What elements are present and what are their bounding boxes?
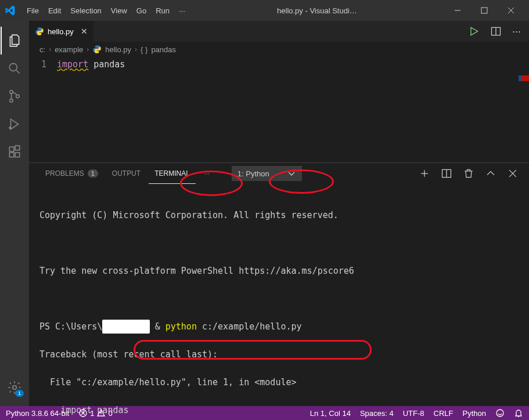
vscode-logo-icon — [5, 5, 15, 16]
python-file-icon — [35, 27, 44, 36]
window-maximize-button[interactable] — [471, 0, 498, 21]
chevron-right-icon: › — [87, 45, 89, 53]
status-indent[interactable]: Spaces: 4 — [360, 409, 394, 418]
breadcrumb-seg[interactable]: pandas — [151, 45, 176, 54]
extensions-icon — [7, 144, 22, 160]
close-panel-icon[interactable] — [507, 168, 519, 179]
maximize-panel-icon[interactable] — [485, 168, 496, 179]
breadcrumb-seg[interactable]: example — [55, 45, 83, 54]
problems-badge: 1 — [88, 169, 98, 178]
chevron-right-icon: › — [135, 45, 137, 53]
error-icon — [78, 408, 88, 418]
activity-explorer[interactable] — [1, 27, 28, 55]
status-language[interactable]: Python — [463, 409, 486, 418]
chevron-right-icon: › — [49, 45, 51, 53]
terminal-select-label: 1: Python — [237, 169, 269, 178]
window-minimize-button[interactable] — [444, 0, 471, 21]
editor-more-icon[interactable]: ··· — [512, 26, 521, 38]
svg-point-2 — [10, 90, 13, 93]
menu-edit[interactable]: Edit — [44, 6, 66, 15]
split-terminal-icon[interactable] — [441, 168, 452, 179]
svg-rect-9 — [15, 146, 20, 150]
status-feedback-icon[interactable] — [495, 408, 505, 418]
menu-file[interactable]: File — [22, 6, 44, 15]
menu-more-icon[interactable]: ··· — [174, 6, 190, 15]
chevron-down-icon — [287, 169, 296, 178]
breadcrumb-seg[interactable]: hello.py — [105, 45, 131, 54]
terminal-line: File "c:/example/hello.py", line 1, in <… — [39, 375, 519, 389]
editor-tab-hello[interactable]: hello.py ✕ — [29, 21, 94, 42]
minimap-overview[interactable] — [519, 75, 529, 81]
svg-rect-0 — [481, 8, 487, 13]
python-file-icon — [92, 45, 102, 54]
svg-point-4 — [16, 95, 19, 97]
new-terminal-icon[interactable] — [419, 168, 430, 179]
svg-point-1 — [9, 63, 17, 71]
window-title: hello.py - Visual Studi… — [190, 6, 444, 15]
svg-rect-8 — [15, 153, 20, 157]
line-number: 1 — [29, 59, 57, 70]
menu-go[interactable]: Go — [132, 6, 151, 15]
panel-more-icon[interactable]: ··· — [198, 163, 215, 184]
warning-icon — [96, 408, 106, 418]
editor-body[interactable]: 1 import pandas — [29, 57, 529, 72]
settings-badge: 1 — [15, 390, 24, 397]
activity-source-control[interactable] — [1, 82, 28, 110]
tab-label: hello.py — [48, 27, 74, 36]
status-encoding[interactable]: UTF-8 — [403, 409, 424, 418]
activity-extensions[interactable] — [1, 138, 28, 166]
terminal-line: Traceback (most recent call last): — [39, 347, 519, 361]
breadcrumb-seg[interactable]: c: — [39, 45, 45, 54]
braces-icon: { } — [141, 45, 147, 54]
kill-terminal-icon[interactable] — [463, 168, 474, 179]
panel-tab-terminal[interactable]: TERMINAL — [149, 163, 196, 184]
svg-point-5 — [9, 126, 11, 129]
svg-rect-6 — [9, 147, 14, 151]
titlebar: File Edit Selection View Go Run ··· hell… — [0, 0, 529, 21]
menu-view[interactable]: View — [106, 6, 132, 15]
svg-rect-7 — [9, 153, 14, 157]
search-icon — [7, 61, 22, 76]
panel-tabs: PROBLEMS 1 OUTPUT TERMINAL ··· 1: Python — [29, 163, 529, 184]
bottom-panel: PROBLEMS 1 OUTPUT TERMINAL ··· 1: Python — [29, 162, 529, 406]
status-interpreter[interactable]: Python 3.8.6 64-bit — [6, 409, 69, 418]
terminal-line: PS C:\Users\XXXXXXXXX & python c:/exampl… — [39, 320, 519, 334]
activity-search[interactable] — [1, 55, 28, 82]
menu-run[interactable]: Run — [151, 6, 174, 15]
svg-point-14 — [496, 410, 503, 417]
status-cursor[interactable]: Ln 1, Col 14 — [310, 409, 351, 418]
redacted: XXXXXXXXX — [102, 320, 149, 334]
terminal-line: Copyright (C) Microsoft Corporation. All… — [39, 208, 519, 222]
svg-point-10 — [13, 386, 17, 390]
status-bell-icon[interactable] — [514, 408, 523, 418]
status-eol[interactable]: CRLF — [434, 409, 454, 418]
source-control-icon — [7, 89, 22, 104]
tab-close-icon[interactable]: ✕ — [81, 27, 88, 36]
activity-run-debug[interactable] — [1, 110, 28, 138]
activity-bar: 1 — [0, 21, 29, 406]
menu-selection[interactable]: Selection — [66, 6, 106, 15]
status-problems[interactable]: 1 0 — [78, 408, 112, 418]
files-icon — [7, 33, 22, 48]
terminal-select[interactable]: 1: Python — [232, 166, 302, 181]
code-keyword: import — [57, 59, 88, 70]
terminal-output[interactable]: Copyright (C) Microsoft Corporation. All… — [29, 184, 529, 420]
panel-tab-output[interactable]: OUTPUT — [106, 163, 146, 184]
panel-tab-problems[interactable]: PROBLEMS 1 — [39, 163, 104, 184]
code-text: pandas — [88, 59, 125, 70]
run-file-icon[interactable] — [468, 26, 480, 37]
window-close-button[interactable] — [498, 0, 524, 21]
breadcrumb[interactable]: c: › example › hello.py › { } pandas — [29, 42, 529, 57]
run-debug-icon — [7, 117, 22, 132]
activity-settings[interactable]: 1 — [1, 374, 28, 401]
svg-point-3 — [10, 99, 13, 102]
split-editor-icon[interactable] — [490, 26, 502, 37]
editor-tabs: hello.py ✕ ··· — [29, 21, 529, 42]
terminal-line: Try the new cross-platform PowerShell ht… — [39, 264, 519, 278]
